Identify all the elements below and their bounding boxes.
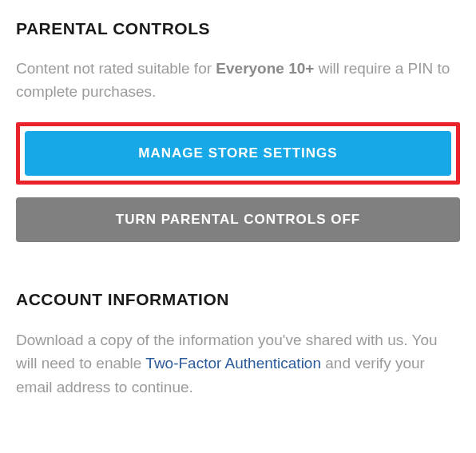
manage-store-settings-button[interactable]: MANAGE STORE SETTINGS <box>25 131 451 176</box>
account-information-description: Download a copy of the information you'v… <box>16 328 460 399</box>
turn-parental-controls-off-button[interactable]: TURN PARENTAL CONTROLS OFF <box>16 197 460 242</box>
account-information-heading: ACCOUNT INFORMATION <box>16 290 460 309</box>
parental-controls-description: Content not rated suitable for Everyone … <box>16 58 460 103</box>
highlighted-selection-box: MANAGE STORE SETTINGS <box>16 122 460 185</box>
rating-label: Everyone 10+ <box>216 60 314 77</box>
parental-controls-heading: PARENTAL CONTROLS <box>16 19 460 38</box>
parental-controls-section: PARENTAL CONTROLS Content not rated suit… <box>16 19 460 280</box>
description-text-pre: Content not rated suitable for <box>16 60 216 77</box>
account-information-section: ACCOUNT INFORMATION Download a copy of t… <box>16 290 460 399</box>
two-factor-auth-link[interactable]: Two-Factor Authentication <box>145 355 321 372</box>
